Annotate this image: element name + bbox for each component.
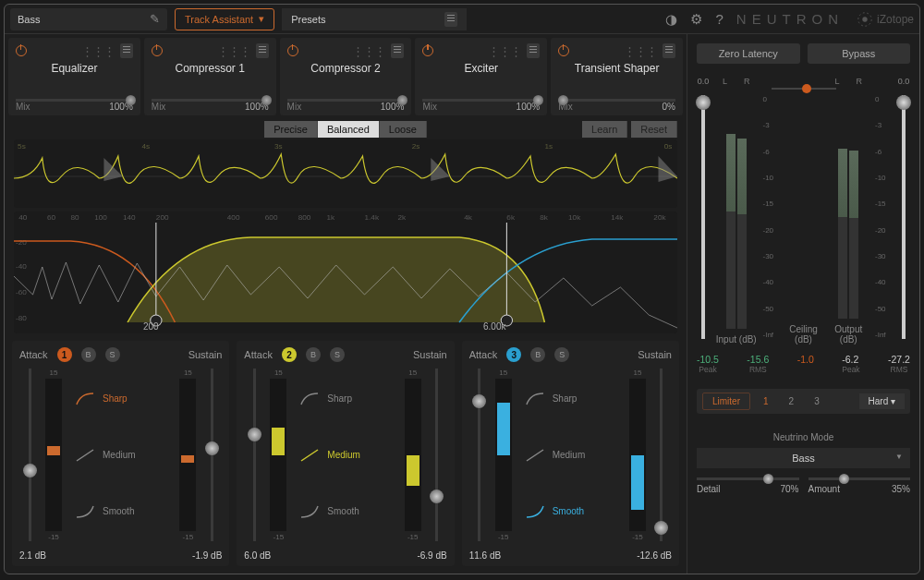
limiter-mode-select[interactable]: Hard ▾ [859, 393, 905, 409]
limiter-toggle[interactable]: Limiter [702, 393, 750, 410]
help-icon[interactable]: ? [715, 11, 723, 27]
preset-name: Bass [18, 14, 40, 25]
grip-icon[interactable]: ⋮⋮⋮ [217, 44, 250, 58]
grip-icon[interactable]: ⋮⋮⋮ [624, 44, 657, 58]
detail-slider[interactable] [697, 477, 799, 480]
limiter-tab-2[interactable]: 2 [782, 393, 802, 409]
zero-latency-button[interactable]: Zero Latency [697, 43, 800, 64]
solo-icon[interactable]: S [554, 347, 569, 362]
svg-text:-40: -40 [16, 262, 27, 271]
preset-name-field[interactable]: Bass ✎ [10, 8, 167, 30]
mix-slider[interactable] [287, 99, 405, 102]
curve-medium[interactable]: Medium [75, 448, 166, 463]
module-equalizer[interactable]: ⋮⋮⋮ Equalizer Mix100% [8, 38, 140, 115]
preset-icon[interactable] [256, 43, 269, 58]
bypass-button[interactable]: Bypass [808, 43, 911, 64]
output-meter [838, 86, 858, 324]
band-number-icon[interactable]: 2 [282, 347, 297, 362]
meter-scale: 0-3-6 -10-15-20 -30-40-50 -Inf [763, 77, 782, 344]
preset-icon[interactable] [527, 43, 540, 58]
grip-icon[interactable]: ⋮⋮⋮ [352, 44, 385, 58]
svg-text:140: 140 [123, 213, 136, 222]
mix-slider[interactable] [422, 99, 540, 102]
bypass-icon[interactable]: B [306, 347, 321, 362]
curve-medium[interactable]: Medium [299, 448, 391, 463]
curve-smooth[interactable]: Smooth [75, 504, 166, 519]
band-1: Attack 1 B S Sustain 15 -15 [12, 341, 229, 566]
settings-icon[interactable]: ⚙ [690, 11, 702, 28]
grip-icon[interactable]: ⋮⋮⋮ [81, 44, 115, 58]
power-icon[interactable] [287, 45, 298, 56]
bands-row: Attack 1 B S Sustain 15 -15 [5, 335, 687, 574]
solo-icon[interactable]: S [330, 347, 345, 362]
svg-text:1s: 1s [544, 142, 553, 151]
power-icon[interactable] [558, 45, 569, 56]
grip-icon[interactable]: ⋮⋮⋮ [488, 44, 521, 58]
power-icon[interactable] [16, 45, 27, 56]
balanced-button[interactable]: Balanced [318, 121, 380, 138]
module-compressor-2[interactable]: ⋮⋮⋮ Compressor 2 Mix100% [280, 38, 412, 115]
meter-scale: 0-3-6 -10-15-20 -30-40-50 -Inf [875, 77, 894, 344]
preset-icon[interactable] [391, 43, 404, 58]
svg-text:200: 200 [156, 213, 169, 222]
svg-text:20k: 20k [653, 213, 666, 222]
mix-slider[interactable] [16, 99, 133, 102]
limiter-tab-3[interactable]: 3 [807, 393, 827, 409]
sustain-meter: 15-15 [403, 369, 423, 541]
precise-button[interactable]: Precise [264, 121, 318, 138]
attack-slider[interactable] [21, 369, 38, 541]
curve-medium[interactable]: Medium [525, 448, 616, 463]
svg-text:6k: 6k [506, 213, 516, 222]
history-icon[interactable]: ◑ [665, 11, 677, 28]
ceiling-slider[interactable] [772, 88, 836, 90]
attack-slider[interactable] [471, 369, 488, 541]
reset-button[interactable]: Reset [631, 121, 677, 138]
output-panel: Zero Latency Bypass 0.0 LR Input (dB) 0-… [687, 34, 919, 574]
curve-sharp[interactable]: Sharp [299, 392, 391, 406]
output-gain-slider[interactable] [902, 95, 906, 339]
limiter-tab-1[interactable]: 1 [756, 393, 776, 409]
presets-dropdown[interactable]: Presets [282, 8, 467, 30]
band-2: Attack 2 B S Sustain 15-15 Sharp Medium … [237, 341, 454, 566]
svg-text:400: 400 [227, 213, 240, 222]
input-meter [726, 86, 747, 334]
sustain-slider[interactable] [653, 369, 670, 541]
power-icon[interactable] [422, 45, 433, 56]
curve-sharp[interactable]: Sharp [75, 392, 166, 406]
module-transient-shaper[interactable]: ⋮⋮⋮ Transient Shaper Mix0% [551, 38, 683, 115]
preset-icon[interactable] [120, 43, 133, 58]
neutrino-mode-select[interactable]: Bass [697, 448, 910, 468]
bypass-icon[interactable]: B [81, 347, 96, 362]
module-compressor-1[interactable]: ⋮⋮⋮ Compressor 1 Mix100% [144, 38, 276, 115]
crossover-high-label[interactable]: 6.00k [483, 321, 505, 332]
bypass-icon[interactable]: B [530, 347, 545, 362]
curve-smooth[interactable]: Smooth [525, 504, 616, 519]
sustain-slider[interactable] [203, 369, 220, 541]
svg-text:0s: 0s [664, 142, 673, 151]
curve-sharp[interactable]: Sharp [525, 392, 616, 406]
edit-preset-icon[interactable]: ✎ [150, 12, 160, 26]
band-number-icon[interactable]: 1 [57, 347, 72, 362]
mix-slider[interactable] [558, 99, 675, 102]
svg-text:-80: -80 [16, 314, 27, 322]
svg-text:800: 800 [298, 213, 311, 222]
spectrum-analyzer[interactable]: 4060 80100 140200 400600 8001k 1.4k2k 4k… [14, 211, 677, 333]
svg-text:1k: 1k [326, 213, 335, 222]
band-number-icon[interactable]: 3 [506, 347, 521, 362]
amount-slider[interactable] [808, 477, 911, 480]
attack-slider[interactable] [246, 369, 262, 541]
input-gain-slider[interactable] [701, 95, 705, 339]
crossover-low-label[interactable]: 200 [143, 321, 159, 332]
sustain-slider[interactable] [429, 369, 445, 541]
curve-smooth[interactable]: Smooth [299, 504, 391, 519]
power-icon[interactable] [152, 45, 163, 56]
preset-icon[interactable] [663, 43, 675, 58]
mix-slider[interactable] [152, 99, 269, 102]
solo-icon[interactable]: S [105, 347, 120, 362]
track-assistant-button[interactable]: Track Assistant▾ [175, 8, 274, 30]
transient-scope[interactable]: 5s 4s 3s 2s 1s 0s [14, 139, 677, 208]
loose-button[interactable]: Loose [380, 121, 427, 138]
company-logo: iZotope [857, 11, 914, 28]
module-exciter[interactable]: ⋮⋮⋮ Exciter Mix100% [415, 38, 547, 115]
learn-button[interactable]: Learn [582, 121, 627, 138]
